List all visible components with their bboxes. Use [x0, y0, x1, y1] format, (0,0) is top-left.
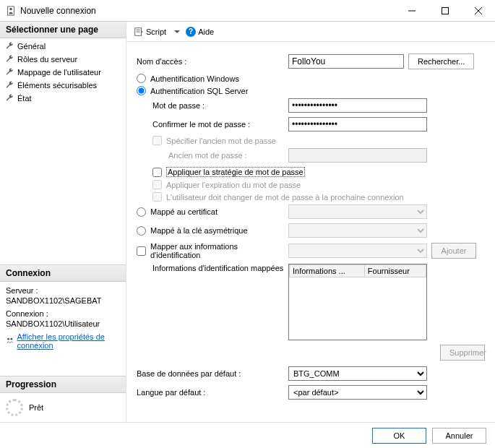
mapped-cert-label: Mappé au certificat: [150, 207, 218, 216]
password-input[interactable]: [288, 98, 427, 113]
login-icon: [6, 6, 16, 16]
confirm-password-label: Confirmer le mot de passe :: [137, 120, 288, 129]
mapped-asym-label: Mappé à la clé asymétrique: [150, 226, 248, 235]
svg-point-7: [10, 338, 12, 340]
server-value: SANDBOX1102\SAGEBAT: [6, 296, 120, 305]
progress-spinner-icon: [6, 399, 23, 416]
svg-point-1: [9, 7, 12, 10]
sidebar-item-label: Mappage de l'utilisateur: [17, 68, 101, 77]
wrench-icon: [4, 80, 14, 90]
script-icon: [134, 27, 144, 37]
table-col-info[interactable]: Informations ...: [290, 265, 365, 277]
mapped-credentials-label: Informations d'identification mappées: [137, 264, 288, 272]
login-name-label: Nom d'accès :: [137, 57, 288, 66]
mapped-asym-select: [288, 223, 427, 238]
select-page-header: Sélectionner une page: [0, 22, 126, 38]
view-connection-properties-link[interactable]: Afficher les propriétés de connexion: [6, 332, 120, 350]
svg-point-6: [7, 338, 9, 340]
enforce-expiration-label: Appliquer l'expiration du mot de passe: [166, 181, 301, 189]
close-button[interactable]: [462, 0, 495, 22]
window-title: Nouvelle connexion: [20, 6, 395, 16]
sidebar-item-label: Éléments sécurisables: [17, 81, 97, 90]
old-password-label: Ancien mot de passe :: [137, 151, 288, 160]
wrench-icon: [4, 67, 14, 77]
mapped-asym-radio[interactable]: [137, 226, 146, 236]
help-button[interactable]: ? Aide: [183, 25, 217, 38]
progress-status: Prêt: [29, 403, 43, 412]
must-change-checkbox: [152, 192, 162, 202]
specify-old-password-label: Spécifier l'ancien mot de passe: [166, 137, 276, 145]
sidebar-item-status[interactable]: État: [0, 92, 126, 105]
svg-rect-3: [442, 7, 449, 14]
ok-button[interactable]: OK: [372, 428, 426, 444]
login-name-input[interactable]: [288, 54, 404, 69]
sidebar-item-server-roles[interactable]: Rôles du serveur: [0, 53, 126, 66]
enforce-policy-label: Appliquer la stratégie de mot de passe: [166, 167, 305, 177]
remove-button: Supprimer: [440, 345, 485, 361]
titlebar: Nouvelle connexion: [0, 0, 495, 22]
must-change-label: L'utilisateur doit changer de mot de pas…: [166, 193, 404, 202]
old-password-input: [288, 148, 427, 163]
connection-value: SANDBOX1102\Utilisateur: [6, 319, 120, 328]
default-lang-label: Langue par défaut :: [137, 388, 288, 397]
script-dropdown-icon[interactable]: [174, 30, 180, 33]
enforce-policy-checkbox[interactable]: [152, 168, 162, 177]
mapped-credentials-table[interactable]: Informations ... Fournisseur: [288, 264, 427, 340]
help-icon: ?: [186, 27, 196, 37]
maximize-button[interactable]: [429, 0, 462, 22]
map-credentials-label: Mapper aux informations d'identification: [150, 242, 288, 259]
properties-icon: [6, 336, 14, 346]
progress-header: Progression: [0, 376, 126, 393]
wrench-icon: [4, 54, 14, 64]
auth-sql-radio[interactable]: [137, 86, 146, 95]
connection-header: Connexion: [0, 264, 126, 282]
cancel-button[interactable]: Annuler: [432, 428, 486, 444]
default-lang-select[interactable]: <par défaut>: [288, 385, 427, 400]
auth-windows-label: Authentification Windows: [150, 74, 239, 83]
wrench-icon: [4, 41, 14, 51]
search-button[interactable]: Rechercher...: [408, 53, 474, 69]
sidebar-item-securables[interactable]: Éléments sécurisables: [0, 79, 126, 92]
sidebar-item-user-mapping[interactable]: Mappage de l'utilisateur: [0, 66, 126, 79]
view-connection-properties-text: Afficher les propriétés de connexion: [17, 332, 120, 350]
default-db-select[interactable]: BTG_COMM: [288, 366, 427, 381]
script-button[interactable]: Script: [131, 25, 169, 38]
add-button: Ajouter: [431, 243, 476, 259]
mapped-cert-select: [288, 204, 427, 219]
sidebar-item-label: État: [17, 94, 32, 103]
specify-old-password-checkbox: [152, 136, 162, 145]
minimize-button[interactable]: [395, 0, 429, 22]
connection-label: Connexion :: [6, 309, 120, 318]
enforce-expiration-checkbox: [152, 180, 162, 189]
help-label: Aide: [198, 27, 214, 36]
script-label: Script: [146, 27, 166, 36]
server-label: Serveur :: [6, 286, 120, 295]
sidebar: Sélectionner une page Général Rôles du s…: [0, 22, 126, 422]
toolbar: Script ? Aide: [126, 22, 495, 42]
default-db-label: Base de données par défaut :: [137, 369, 288, 378]
table-col-provider[interactable]: Fournisseur: [364, 265, 426, 277]
wrench-icon: [4, 93, 14, 103]
auth-sql-label: Authentification SQL Server: [150, 87, 248, 95]
footer: OK Annuler: [0, 422, 495, 448]
map-credentials-checkbox[interactable]: [137, 246, 146, 256]
sidebar-item-label: Général: [17, 42, 46, 51]
password-label: Mot de passe :: [137, 101, 288, 110]
form: Nom d'accès : Rechercher... Authentifica…: [126, 42, 495, 422]
confirm-password-input[interactable]: [288, 117, 427, 132]
mapped-cert-radio[interactable]: [137, 207, 146, 217]
sidebar-item-general[interactable]: Général: [0, 40, 126, 53]
sidebar-item-label: Rôles du serveur: [17, 55, 77, 64]
map-credentials-select: [288, 244, 427, 258]
auth-windows-radio[interactable]: [137, 74, 146, 83]
